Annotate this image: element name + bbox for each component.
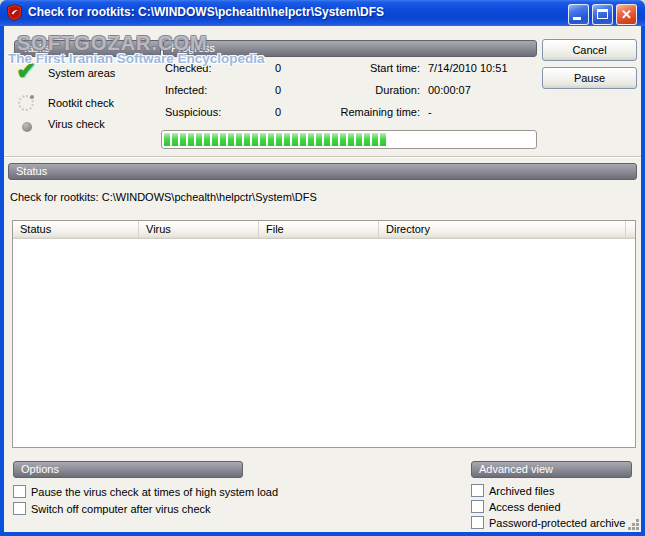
minimize-button[interactable] [568,4,589,25]
pause-on-load-checkbox[interactable] [13,485,26,498]
stat-suspicious-value: 0 [234,106,281,118]
minimize-icon [573,17,581,20]
advanced-view-section-header: Advanced view [471,461,632,478]
maximize-button[interactable] [592,4,613,25]
start-time-value: 7/14/2010 10:51 [428,62,540,74]
close-icon: ✕ [617,6,636,23]
task-done-check-icon [16,57,36,85]
task-running-spinner-icon [18,95,34,111]
stat-suspicious-label: Suspicious: [165,106,221,118]
status-message: Check for rootkits: C:\WINDOWS\pchealth\… [10,191,317,203]
results-table: Status Virus File Directory [12,220,636,448]
scan-progress-bar [161,130,537,149]
pause-button[interactable]: Pause [542,67,637,89]
switch-off-label: Switch off computer after virus check [31,503,211,515]
column-header-virus[interactable]: Virus [139,221,259,238]
task-item-rootkit-check: Rootkit check [48,97,114,109]
remaining-time-label: Remaining time: [304,106,420,118]
stat-checked-label: Checked: [165,62,211,74]
section-separator [4,156,641,158]
duration-label: Duration: [304,84,420,96]
column-header-spacer [626,221,635,238]
stat-checked-value: 0 [234,62,281,74]
password-protected-label: Password-protected archive [489,517,625,529]
results-table-header: Status Virus File Directory [13,221,635,239]
close-button[interactable]: ✕ [616,4,637,25]
window-title: Check for rootkits: C:\WINDOWS\pchealth\… [28,5,384,19]
status-section-header: Status [8,163,637,180]
client-area: SOFTGOZAR.COM The First Iranian Software… [4,26,641,532]
column-header-file[interactable]: File [259,221,379,238]
password-protected-checkbox[interactable] [471,516,484,529]
start-time-label: Start time: [304,62,420,74]
progress-section-header: Progress [163,40,537,57]
scan-window: Check for rootkits: C:\WINDOWS\pchealth\… [0,0,645,536]
app-shield-icon [6,4,23,21]
archived-files-checkbox[interactable] [471,484,484,497]
access-denied-label: Access denied [489,501,561,513]
column-header-directory[interactable]: Directory [379,221,626,238]
pause-on-load-label: Pause the virus check at times of high s… [31,486,278,498]
switch-off-checkbox[interactable] [13,502,26,515]
column-header-status[interactable]: Status [13,221,139,238]
access-denied-checkbox[interactable] [471,500,484,513]
task-pending-dot-icon [22,122,32,132]
duration-value: 00:00:07 [428,84,540,96]
maximize-icon [597,9,608,19]
task-item-system-areas: System areas [48,67,115,79]
title-bar[interactable]: Check for rootkits: C:\WINDOWS\pchealth\… [0,0,645,26]
remaining-time-value: - [428,106,540,118]
task-item-virus-check: Virus check [48,118,105,130]
archived-files-label: Archived files [489,485,554,497]
stat-infected-label: Infected: [165,84,207,96]
cancel-button[interactable]: Cancel [542,39,637,61]
options-section-header: Options [13,461,243,478]
stat-infected-value: 0 [234,84,281,96]
tasks-section-header: Tasks [14,40,161,57]
resize-grip[interactable] [627,518,640,531]
scan-progress-fill [164,133,386,146]
